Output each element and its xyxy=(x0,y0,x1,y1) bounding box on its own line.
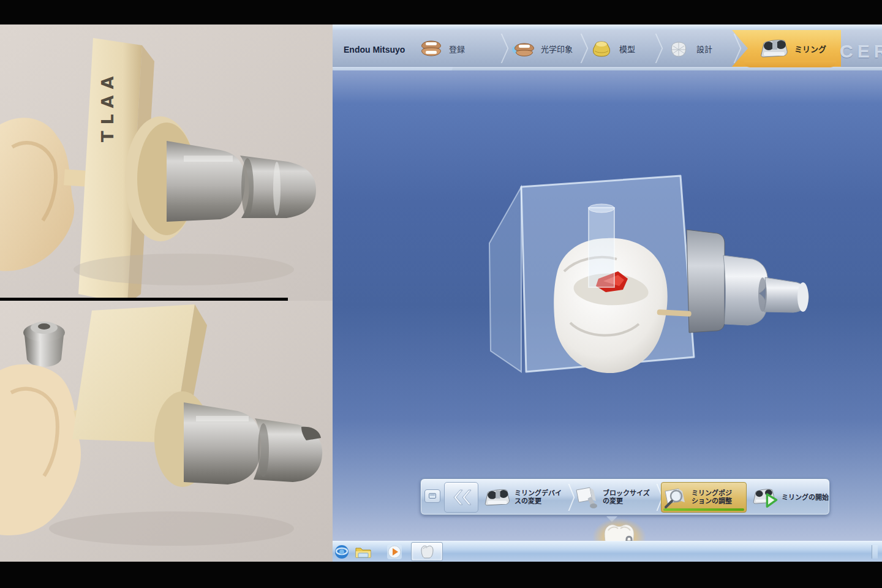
mini-window-icon xyxy=(429,493,436,499)
show-desktop-button[interactable] xyxy=(872,545,878,559)
tab-separator xyxy=(651,34,660,63)
tab-separator xyxy=(729,34,738,63)
button-label-line1: ミリングの開始 xyxy=(782,494,829,502)
design-tooth-icon xyxy=(666,37,692,59)
photo-divider xyxy=(0,298,288,301)
tab-label: ミリング xyxy=(794,43,826,55)
tab-label: 設計 xyxy=(696,43,712,55)
cerec-app-icon xyxy=(419,545,435,559)
button-label-line2: の変更 xyxy=(603,497,650,505)
screen: TLAA xyxy=(0,0,882,588)
button-label-line2: スの変更 xyxy=(514,497,562,505)
implant-screw-interface xyxy=(23,322,65,367)
tab-separator xyxy=(576,34,585,63)
cerec-logo: CER xyxy=(840,41,882,62)
3d-scene xyxy=(478,170,827,415)
window-title-strip xyxy=(333,24,882,30)
button-label-line1: ミリングデバイ xyxy=(514,489,562,497)
virtual-drill-cylinder xyxy=(589,204,614,287)
button-label-line2: ションの調整 xyxy=(692,497,732,505)
model-block-icon xyxy=(589,37,614,59)
toolbar-separator xyxy=(654,484,661,511)
tooth-46-indicator[interactable]: 46 xyxy=(589,519,650,541)
milling-machine-icon xyxy=(758,36,790,61)
padlock-icon xyxy=(623,535,635,541)
magnifier-block-icon xyxy=(662,485,688,510)
photo-crown-with-implant-interface xyxy=(0,301,333,562)
toolbar-separator xyxy=(565,484,573,511)
milling-device-button[interactable]: ミリングデバイ スの変更 xyxy=(482,482,568,513)
back-button[interactable] xyxy=(444,482,478,513)
media-player-icon[interactable] xyxy=(386,544,404,560)
tab-design[interactable]: 設計 xyxy=(666,30,712,67)
cerec-app-window: Endou Mitsuyo 登録 xyxy=(333,24,882,541)
patient-name: Endou Mitsuyo xyxy=(344,45,405,55)
block-mandrel-icon xyxy=(573,485,600,510)
3d-viewport[interactable]: ミリングデバイ スの変更 ブロックサイズ の変更 xyxy=(333,70,882,541)
tab-label: 登録 xyxy=(449,43,465,55)
windows-taskbar xyxy=(333,541,882,562)
block-handwritten-label: TLAA xyxy=(98,54,126,158)
tab-active-tail xyxy=(744,61,836,67)
milling-machine-icon xyxy=(482,486,511,509)
letterbox-top xyxy=(0,0,882,24)
internet-explorer-icon[interactable] xyxy=(334,544,351,560)
tab-label: 光学印象 xyxy=(541,43,573,55)
milling-position-button[interactable]: ミリングポジ ションの調整 xyxy=(661,482,747,513)
start-milling-button[interactable]: ミリングの開始 xyxy=(752,482,829,513)
optical-impression-icon xyxy=(510,37,536,59)
tab-separator xyxy=(497,34,505,63)
tab-optical-impression[interactable]: 光学印象 xyxy=(510,30,573,67)
double-chevron-left-icon xyxy=(451,489,472,506)
tab-model[interactable]: 模型 xyxy=(589,30,635,67)
button-label-line1: ミリングポジ xyxy=(692,489,732,497)
play-icon xyxy=(767,494,776,507)
block-size-button[interactable]: ブロックサイズ の変更 xyxy=(573,482,657,513)
button-label-line1: ブロックサイズ xyxy=(603,489,650,497)
photo-milled-crown-block: TLAA xyxy=(0,24,333,301)
tab-label: 模型 xyxy=(619,43,635,55)
denture-icon xyxy=(418,37,444,59)
milling-toolbar: ミリングデバイ スの変更 ブロックサイズ の変更 xyxy=(420,478,830,515)
letterbox-bottom xyxy=(0,562,882,588)
virtual-mandrel xyxy=(687,230,809,333)
tab-register[interactable]: 登録 xyxy=(418,30,465,67)
folder-explorer-icon[interactable] xyxy=(355,544,372,560)
mini-window-button[interactable] xyxy=(424,489,440,503)
cerec-app-taskbar-button[interactable] xyxy=(411,542,443,561)
milling-start-icon xyxy=(752,485,778,510)
